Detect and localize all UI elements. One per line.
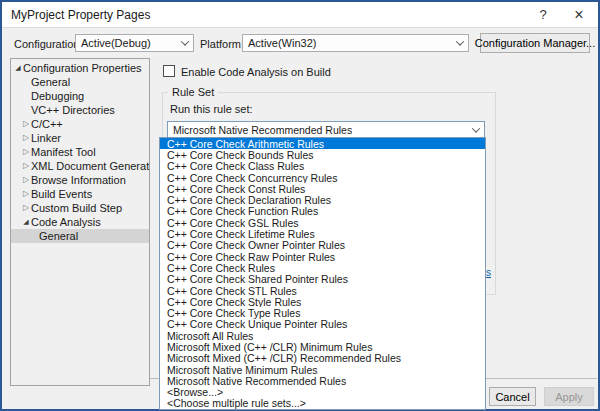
- tree-collapsed-icon[interactable]: ▷: [21, 131, 31, 145]
- titlebar[interactable]: MyProject Property Pages: [2, 2, 598, 28]
- configuration-manager-button[interactable]: Configuration Manager...: [480, 33, 590, 53]
- tree-collapsed-icon[interactable]: ▷: [21, 187, 31, 201]
- cancel-button[interactable]: Cancel: [489, 387, 536, 406]
- dropdown-item-c-core-check-shared-pointer-rules[interactable]: C++ Core Check Shared Pointer Rules: [160, 274, 485, 285]
- rule-set-selected-value: Microsoft Native Recommended Rules: [173, 124, 352, 136]
- dropdown-item-c-core-check-stl-rules[interactable]: C++ Core Check STL Rules: [160, 285, 485, 296]
- tree-item-label: Configuration Properties: [23, 62, 142, 74]
- tree-item-label: XML Document Generator: [31, 160, 150, 172]
- tree-collapsed-icon[interactable]: ▷: [21, 145, 31, 159]
- dropdown-item-c-core-check-type-rules[interactable]: C++ Core Check Type Rules: [160, 307, 485, 318]
- dropdown-item-c-core-check-rules[interactable]: C++ Core Check Rules: [160, 262, 485, 273]
- tree-item-label: Linker: [31, 132, 61, 144]
- configuration-select[interactable]: Active(Debug): [75, 34, 194, 52]
- dropdown-item-choose-multiple-rule-sets[interactable]: <Choose multiple rule sets...>: [160, 398, 485, 409]
- help-icon: ?: [539, 7, 546, 22]
- tree-item-label: General: [39, 230, 78, 242]
- tree-collapsed-icon[interactable]: ▷: [21, 159, 31, 173]
- window-title: MyProject Property Pages: [11, 8, 150, 22]
- tree-item-xml-document-generator[interactable]: ▷XML Document Generator: [11, 159, 149, 173]
- rule-set-group-label: Rule Set: [168, 86, 218, 98]
- platform-label: Platform:: [200, 38, 244, 50]
- tree-item-label: Browse Information: [31, 174, 126, 186]
- rule-set-select[interactable]: Microsoft Native Recommended Rules: [167, 121, 485, 138]
- dropdown-item-c-core-check-class-rules[interactable]: C++ Core Check Class Rules: [160, 161, 485, 172]
- dropdown-item-c-core-check-declaration-rules[interactable]: C++ Core Check Declaration Rules: [160, 194, 485, 205]
- rule-set-dropdown-list: C++ Core Check Arithmetic RulesC++ Core …: [159, 137, 486, 410]
- chevron-down-icon: [456, 37, 464, 45]
- tree-collapsed-icon[interactable]: ▷: [21, 201, 31, 215]
- chevron-down-icon: [472, 124, 480, 132]
- close-button[interactable]: ×: [564, 2, 594, 27]
- dropdown-item-c-core-check-style-rules[interactable]: C++ Core Check Style Rules: [160, 296, 485, 307]
- dropdown-item-microsoft-native-minimum-rules[interactable]: Microsoft Native Minimum Rules: [160, 364, 485, 375]
- chevron-down-icon: [181, 37, 189, 45]
- configuration-label: Configuration:: [14, 38, 83, 50]
- dropdown-item-c-core-check-concurrency-rules[interactable]: C++ Core Check Concurrency Rules: [160, 172, 485, 183]
- tree-item-manifest-tool[interactable]: ▷Manifest Tool: [11, 145, 149, 159]
- dropdown-item-browse[interactable]: <Browse...>: [160, 387, 485, 398]
- config-tree: ◢Configuration PropertiesGeneralDebuggin…: [10, 58, 150, 386]
- tree-item-custom-build-step[interactable]: ▷Custom Build Step: [11, 201, 149, 215]
- enable-code-analysis-label: Enable Code Analysis on Build: [181, 66, 331, 78]
- tree-collapsed-icon[interactable]: ▷: [21, 117, 31, 131]
- property-pages-dialog: MyProject Property Pages ? × Configurati…: [0, 0, 600, 411]
- rule-set-link-fragment[interactable]: s: [486, 267, 491, 278]
- dropdown-item-microsoft-native-recommended-rules[interactable]: Microsoft Native Recommended Rules: [160, 375, 485, 386]
- tree-item-configuration-properties[interactable]: ◢Configuration Properties: [11, 61, 149, 75]
- close-icon: ×: [574, 6, 583, 24]
- tree-expanded-icon[interactable]: ◢: [21, 215, 31, 229]
- platform-select[interactable]: Active(Win32): [242, 34, 469, 52]
- tree-expanded-icon[interactable]: ◢: [13, 61, 23, 75]
- dropdown-item-microsoft-mixed-c-clr-minimum-rules[interactable]: Microsoft Mixed (C++ /CLR) Minimum Rules: [160, 341, 485, 352]
- dropdown-item-c-core-check-raw-pointer-rules[interactable]: C++ Core Check Raw Pointer Rules: [160, 251, 485, 262]
- platform-value: Active(Win32): [248, 37, 316, 49]
- dropdown-item-microsoft-mixed-c-clr-recommended-rules[interactable]: Microsoft Mixed (C++ /CLR) Recommended R…: [160, 353, 485, 364]
- configuration-value: Active(Debug): [81, 37, 151, 49]
- tree-item-c-c[interactable]: ▷C/C++: [11, 117, 149, 131]
- help-button[interactable]: ?: [528, 2, 558, 27]
- apply-button[interactable]: Apply: [544, 387, 594, 406]
- cancel-button-label: Cancel: [495, 391, 529, 403]
- tree-item-general[interactable]: General: [11, 75, 149, 89]
- tree-item-label: Build Events: [31, 188, 92, 200]
- configuration-manager-label: Configuration Manager...: [475, 37, 595, 49]
- tree-item-label: Manifest Tool: [31, 146, 96, 158]
- tree-item-label: Code Analysis: [31, 216, 101, 228]
- enable-code-analysis-checkbox[interactable]: [163, 65, 175, 77]
- dropdown-item-c-core-check-arithmetic-rules[interactable]: C++ Core Check Arithmetic Rules: [160, 138, 485, 149]
- dropdown-item-c-core-check-unique-pointer-rules[interactable]: C++ Core Check Unique Pointer Rules: [160, 319, 485, 330]
- tree-item-linker[interactable]: ▷Linker: [11, 131, 149, 145]
- tree-item-debugging[interactable]: Debugging: [11, 89, 149, 103]
- tree-item-build-events[interactable]: ▷Build Events: [11, 187, 149, 201]
- tree-item-label: VC++ Directories: [31, 104, 115, 116]
- tree-collapsed-icon[interactable]: ▷: [21, 173, 31, 187]
- tree-item-label: General: [31, 76, 70, 88]
- dropdown-item-c-core-check-lifetime-rules[interactable]: C++ Core Check Lifetime Rules: [160, 228, 485, 239]
- dropdown-item-c-core-check-owner-pointer-rules[interactable]: C++ Core Check Owner Pointer Rules: [160, 240, 485, 251]
- tree-item-code-analysis[interactable]: ◢Code Analysis: [11, 215, 149, 229]
- tree-item-label: Debugging: [31, 90, 84, 102]
- dropdown-item-microsoft-all-rules[interactable]: Microsoft All Rules: [160, 330, 485, 341]
- dropdown-item-c-core-check-function-rules[interactable]: C++ Core Check Function Rules: [160, 206, 485, 217]
- tree-item-browse-information[interactable]: ▷Browse Information: [11, 173, 149, 187]
- dropdown-item-c-core-check-gsl-rules[interactable]: C++ Core Check GSL Rules: [160, 217, 485, 228]
- tree-item-general[interactable]: General: [11, 229, 149, 243]
- tree-item-label: C/C++: [31, 118, 63, 130]
- dropdown-item-c-core-check-const-rules[interactable]: C++ Core Check Const Rules: [160, 183, 485, 194]
- tree-item-label: Custom Build Step: [31, 202, 122, 214]
- tree-item-vc-directories[interactable]: VC++ Directories: [11, 103, 149, 117]
- apply-button-label: Apply: [555, 391, 583, 403]
- dropdown-item-c-core-check-bounds-rules[interactable]: C++ Core Check Bounds Rules: [160, 149, 485, 160]
